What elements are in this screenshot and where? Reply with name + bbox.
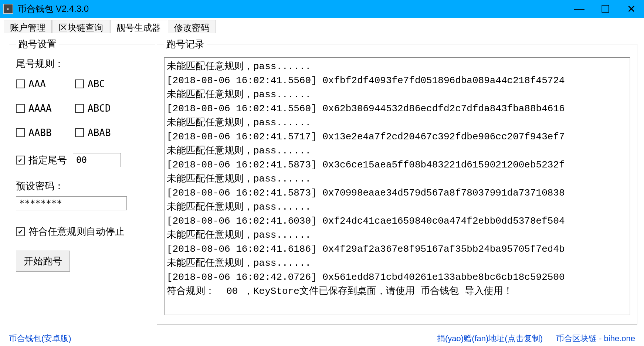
footer: 币合钱包(安卓版) 捐(yao)赠(fan)地址(点击复制) 币合区块链 - b… — [0, 331, 644, 346]
tab-blockchain[interactable]: 区块链查询 — [52, 20, 109, 33]
log-textarea[interactable]: 未能匹配任意规则，pass...... [2018-08-06 16:02:41… — [164, 57, 630, 315]
checkbox-icon — [75, 79, 84, 88]
close-button[interactable]: ✕ — [618, 0, 644, 18]
rule-aaa[interactable]: AAA — [16, 78, 75, 89]
app-icon: ¤ — [3, 4, 13, 14]
minimize-button[interactable]: — — [566, 0, 592, 18]
password-label: 预设密码： — [16, 180, 148, 193]
rule-abc[interactable]: ABC — [75, 78, 134, 89]
footer-site-link[interactable]: 币合区块链 - bihe.one — [556, 333, 635, 344]
footer-donate-link[interactable]: 捐(yao)赠(fan)地址(点击复制) — [437, 333, 543, 344]
tab-password[interactable]: 修改密码 — [168, 20, 216, 33]
checkbox-icon — [16, 227, 25, 236]
right-panel: 跑号记录 未能匹配任意规则，pass...... [2018-08-06 16:… — [155, 33, 644, 331]
rule-label-text: AAA — [28, 78, 46, 89]
footer-android-link[interactable]: 币合钱包(安卓版) — [9, 333, 71, 344]
auto-stop-row: 符合任意规则自动停止 — [16, 225, 148, 238]
window-controls: — ☐ ✕ — [566, 0, 644, 18]
tab-vanity[interactable]: 靓号生成器 — [110, 20, 167, 33]
rule-grid: AAA ABC AAAA ABCD AABB ABAB — [16, 78, 148, 138]
rule-aabb[interactable]: AABB — [16, 127, 75, 138]
start-button[interactable]: 开始跑号 — [16, 251, 70, 272]
checkbox-icon — [16, 128, 25, 137]
rule-abcd[interactable]: ABCD — [75, 103, 134, 114]
window-title: 币合钱包 V2.4.3.0 — [18, 3, 566, 15]
rule-label-text: ABAB — [88, 127, 111, 138]
auto-stop-label: 符合任意规则自动停止 — [28, 225, 125, 238]
custom-suffix-input[interactable] — [73, 153, 121, 167]
rule-abab[interactable]: ABAB — [75, 127, 134, 138]
titlebar: ¤ 币合钱包 V2.4.3.0 — ☐ ✕ — [0, 0, 644, 18]
checkbox-icon — [16, 156, 25, 164]
checkbox-icon — [16, 79, 25, 88]
maximize-button[interactable]: ☐ — [592, 0, 618, 18]
left-panel: 跑号设置 尾号规则： AAA ABC AAAA ABCD AABB ABAB 指… — [0, 33, 155, 331]
rule-aaaa[interactable]: AAAA — [16, 103, 75, 114]
rule-label-text: AAAA — [28, 103, 52, 114]
tab-bar: 账户管理 区块链查询 靓号生成器 修改密码 — [0, 18, 644, 33]
settings-title: 跑号设置 — [16, 38, 59, 51]
log-group: 跑号记录 未能匹配任意规则，pass...... [2018-08-06 16:… — [157, 38, 637, 325]
rule-label-text: AABB — [28, 127, 52, 138]
checkbox-icon — [75, 104, 84, 113]
checkbox-icon — [16, 104, 25, 113]
checkbox-icon — [75, 128, 84, 137]
custom-suffix-label: 指定尾号 — [28, 154, 67, 167]
auto-stop-checkbox[interactable]: 符合任意规则自动停止 — [16, 225, 125, 238]
rule-label: 尾号规则： — [16, 57, 148, 70]
settings-group: 跑号设置 尾号规则： AAA ABC AAAA ABCD AABB ABAB 指… — [9, 38, 155, 331]
custom-suffix-checkbox[interactable]: 指定尾号 — [16, 154, 67, 167]
tab-account[interactable]: 账户管理 — [4, 20, 52, 33]
password-input[interactable] — [16, 196, 127, 210]
log-title: 跑号记录 — [164, 38, 207, 51]
rule-label-text: ABC — [88, 78, 105, 89]
custom-suffix-row: 指定尾号 — [16, 153, 148, 167]
rule-label-text: ABCD — [88, 103, 111, 114]
